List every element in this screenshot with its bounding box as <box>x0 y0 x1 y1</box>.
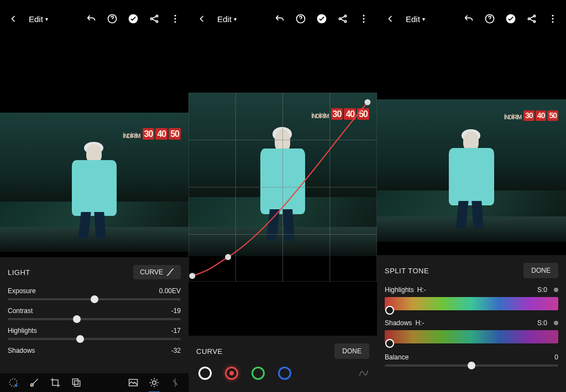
sign-text: İNDİRİM <box>122 133 141 140</box>
photo-preview[interactable]: İNDİRİM304050 <box>0 113 188 252</box>
caret-down-icon: ▾ <box>234 16 237 22</box>
curve-title: CURVE <box>196 347 223 356</box>
svg-point-38 <box>552 15 554 17</box>
curve-grid <box>188 93 377 282</box>
edit-menu[interactable]: Edit▾ <box>406 14 425 24</box>
heal-tool-icon[interactable] <box>29 377 40 388</box>
highlights-hue-slider[interactable]: Highlights H:- S:0 <box>385 286 558 310</box>
svg-point-22 <box>363 21 365 23</box>
balance-slider[interactable]: Balance0 <box>385 353 558 367</box>
back-icon[interactable] <box>8 13 19 24</box>
svg-point-7 <box>175 21 176 23</box>
picture-tool-icon[interactable] <box>128 377 139 388</box>
curve-point[interactable] <box>189 273 195 279</box>
channel-green[interactable] <box>251 367 265 380</box>
split-tone-panel: SPLIT TONE DONE Highlights H:- S:0 Shado… <box>377 255 566 392</box>
help-icon[interactable] <box>295 13 306 24</box>
sat-dot <box>554 288 558 292</box>
tool-strip <box>0 373 188 392</box>
curve-panel: CURVE DONE <box>188 336 377 392</box>
toolbar: Edit▾ <box>377 0 566 38</box>
share-icon[interactable] <box>337 13 348 24</box>
done-button[interactable]: DONE <box>334 343 369 359</box>
shadows-hue-slider[interactable]: Shadows H:- S:0 <box>385 319 558 343</box>
channel-blue[interactable] <box>278 367 291 380</box>
check-icon[interactable] <box>316 13 327 24</box>
more-icon[interactable] <box>170 13 181 24</box>
light-tool-icon[interactable] <box>149 377 160 388</box>
sat-dot <box>554 321 558 325</box>
channel-red[interactable] <box>225 367 238 380</box>
svg-point-36 <box>533 15 535 17</box>
back-icon[interactable] <box>385 13 396 24</box>
svg-point-37 <box>533 20 535 22</box>
contrast-slider[interactable]: Contrast-19 <box>8 307 181 320</box>
svg-rect-11 <box>72 379 78 384</box>
exposure-slider[interactable]: Exposure0.00EV <box>8 287 181 300</box>
edit-menu[interactable]: Edit ▾ <box>29 14 48 24</box>
highlights-slider[interactable]: Highlights-17 <box>8 327 181 340</box>
undo-icon[interactable] <box>463 13 474 24</box>
share-icon[interactable] <box>526 13 537 24</box>
help-icon[interactable] <box>107 13 118 24</box>
caret-down-icon: ▾ <box>45 16 48 22</box>
done-button[interactable]: DONE <box>523 263 558 278</box>
more-icon[interactable] <box>358 13 369 24</box>
svg-point-2 <box>150 18 152 19</box>
tone-curve[interactable] <box>192 102 368 276</box>
svg-point-20 <box>363 15 365 17</box>
svg-point-35 <box>528 18 530 19</box>
svg-rect-12 <box>75 381 80 386</box>
help-icon[interactable] <box>484 13 495 24</box>
back-icon[interactable] <box>196 13 207 24</box>
crop-tool-icon[interactable] <box>50 377 61 388</box>
svg-point-39 <box>552 18 554 20</box>
svg-point-17 <box>339 18 340 19</box>
split-tone-title: SPLIT TONE <box>385 267 429 275</box>
svg-point-5 <box>175 15 176 17</box>
toolbar: Edit▾ <box>188 0 377 38</box>
svg-point-4 <box>156 20 158 22</box>
check-icon[interactable] <box>128 13 139 24</box>
curve-point[interactable] <box>364 99 370 105</box>
curve-button[interactable]: CURVE <box>133 265 181 279</box>
light-title: LIGHT <box>8 268 30 277</box>
shadows-slider[interactable]: Shadows-32 <box>8 347 181 354</box>
profile-tool-icon[interactable] <box>8 377 19 388</box>
more-icon[interactable] <box>547 13 558 24</box>
svg-point-21 <box>363 18 365 20</box>
svg-point-3 <box>156 15 158 17</box>
presets-tool-icon[interactable] <box>71 377 82 388</box>
edit-menu[interactable]: Edit▾ <box>217 14 237 24</box>
svg-point-18 <box>344 15 346 17</box>
svg-point-19 <box>344 20 346 22</box>
toolbar: Edit ▾ <box>0 0 188 38</box>
curve-icon <box>166 268 174 276</box>
curve-point[interactable] <box>225 254 231 260</box>
svg-point-9 <box>15 384 18 387</box>
caret-down-icon: ▾ <box>422 16 425 22</box>
parametric-icon[interactable] <box>358 368 369 379</box>
light-panel: LIGHT CURVE Exposure0.00EV Contrast-19 H… <box>0 257 188 373</box>
curve-editor[interactable]: İNDİRİM304050 <box>188 93 377 282</box>
color-tool-icon[interactable] <box>170 377 181 388</box>
channel-rgb[interactable] <box>198 367 212 380</box>
undo-icon[interactable] <box>86 13 97 24</box>
svg-point-40 <box>552 21 554 23</box>
svg-point-14 <box>153 381 156 385</box>
photo-preview[interactable]: İNDİRİM304050 <box>377 99 566 242</box>
svg-point-6 <box>175 18 176 20</box>
edit-label: Edit <box>29 14 43 24</box>
share-icon[interactable] <box>149 13 160 24</box>
check-icon[interactable] <box>505 13 516 24</box>
undo-icon[interactable] <box>274 13 285 24</box>
